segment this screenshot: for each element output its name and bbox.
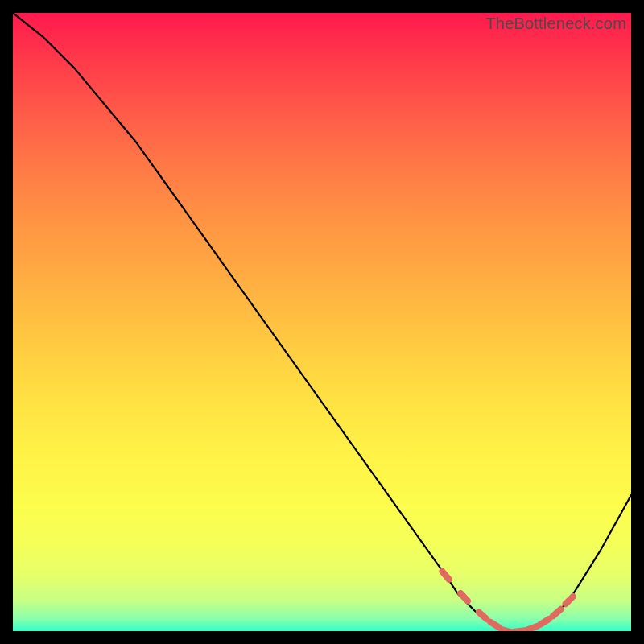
- chart-marker: [491, 622, 500, 628]
- chart-canvas: TheBottleneck.com: [13, 13, 631, 631]
- chart-marker: [460, 593, 468, 601]
- chart-marker: [527, 626, 537, 630]
- chart-curve: [13, 13, 631, 631]
- chart-marker: [502, 630, 513, 631]
- chart-marker: [514, 630, 525, 631]
- chart-marker: [442, 572, 448, 580]
- chart-marker: [553, 609, 561, 617]
- chart-markers: [442, 572, 572, 631]
- chart-marker: [540, 619, 549, 625]
- chart-svg: [13, 13, 631, 631]
- chart-marker: [479, 613, 487, 620]
- chart-marker: [566, 597, 573, 604]
